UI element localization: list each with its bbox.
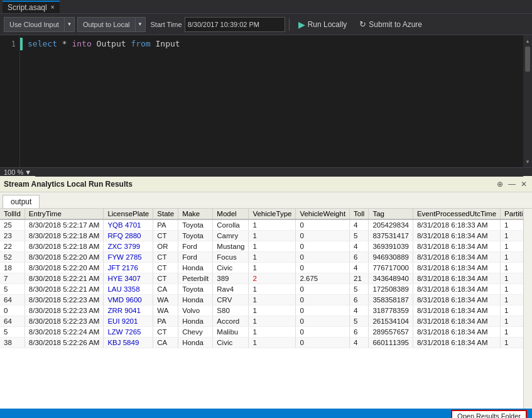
table-cell: 0 [296, 295, 350, 305]
output-local-dropdown[interactable]: Output to Local ▼ [77, 17, 146, 32]
table-cell: YQB 4701 [104, 219, 153, 231]
table-cell: 64 [0, 316, 24, 327]
table-cell: 18 [0, 263, 24, 273]
table-cell: 1 [501, 316, 523, 327]
minimize-button[interactable]: — [507, 180, 517, 189]
table-cell: 8/31/2018 6:18:34 AM [413, 295, 500, 305]
cloud-input-dropdown[interactable]: Use Cloud Input ▼ [4, 17, 75, 32]
table-cell: CT [153, 231, 178, 241]
zoom-level: 100 % [4, 168, 23, 176]
table-row[interactable]: 58/30/2018 5:22:24 AMLZW 7265CTChevyMali… [0, 327, 523, 338]
table-cell: 4 [350, 219, 369, 231]
col-partition: Partition [501, 209, 523, 219]
table-cell: 4 [350, 338, 369, 348]
output-tab[interactable]: output [3, 195, 40, 208]
keyword-from: from [131, 39, 150, 48]
table-cell: 4 [350, 305, 369, 316]
table-row[interactable]: 238/30/2018 5:22:18 AMRFQ 2880CTToyotaCa… [0, 231, 523, 241]
table-row[interactable]: 58/30/2018 5:22:21 AMLAU 3358CAToyotaRav… [0, 284, 523, 295]
table-row[interactable]: 188/30/2018 5:22:20 AMJFT 2176CTHondaCiv… [0, 263, 523, 273]
code-star: * [62, 39, 72, 48]
table-cell: 1 [249, 263, 296, 273]
results-title: Stream Analytics Local Run Results [4, 180, 133, 189]
table-cell: 5 [0, 327, 24, 338]
scroll-thumb[interactable] [525, 47, 530, 72]
table-cell: 1 [501, 295, 523, 305]
table-cell: 8/31/2018 6:18:34 AM [413, 338, 500, 348]
table-row[interactable]: 648/30/2018 5:22:23 AMVMD 9600WAHondaCRV… [0, 295, 523, 305]
table-row[interactable]: 648/30/2018 5:22:23 AMEUI 9201PAHondaAcc… [0, 316, 523, 327]
table-cell: CT [153, 252, 178, 263]
table-cell: 8/30/2018 5:22:21 AM [24, 273, 104, 284]
results-table: TollId EntryTime LicensePlate State Make… [0, 209, 523, 348]
output-local-arrow-icon[interactable]: ▼ [135, 17, 145, 32]
run-locally-label: Run Locally [308, 20, 347, 29]
close-results-button[interactable]: ✕ [519, 180, 528, 189]
col-tag: Tag [369, 209, 413, 219]
table-cell: 25 [0, 219, 24, 231]
code-editor[interactable]: select * into Output from Input [23, 35, 523, 167]
horizontal-scrollbar[interactable] [35, 168, 523, 177]
editor-vertical-scrollbar[interactable]: ▲ ▼ [523, 35, 532, 167]
table-cell: 8/31/2018 6:18:34 AM [413, 252, 500, 263]
table-cell: 0 [296, 231, 350, 241]
table-cell: 23 [0, 231, 24, 241]
toolbar: Use Cloud Input ▼ Output to Local ▼ Star… [0, 14, 532, 35]
status-bar: Open Results Folder [0, 409, 532, 418]
table-cell: Malibu [213, 327, 249, 338]
table-cell: 1 [249, 295, 296, 305]
start-time-input[interactable] [185, 17, 285, 32]
table-cell: 0 [296, 263, 350, 273]
table-cell: 946930889 [369, 252, 413, 263]
col-vehicletype: VehicleType [249, 209, 296, 219]
pin-button[interactable]: ⊕ [496, 180, 504, 189]
table-cell: Corolla [213, 219, 249, 231]
submit-azure-button[interactable]: ↻ Submit to Azure [354, 19, 427, 29]
table-cell: 8/30/2018 5:22:18 AM [24, 241, 104, 252]
table-row[interactable]: 388/30/2018 5:22:26 AMKBJ 5849CAHondaCiv… [0, 338, 523, 348]
tab-close-button[interactable]: × [51, 4, 55, 11]
table-row[interactable]: 528/30/2018 5:22:20 AMFYW 2785CTFordFocu… [0, 252, 523, 263]
table-row[interactable]: 78/30/2018 5:22:21 AMHYE 3407CTPeterbilt… [0, 273, 523, 284]
zoom-dropdown-icon[interactable]: ▼ [24, 168, 31, 176]
table-cell: 1 [249, 284, 296, 295]
table-cell: 1 [501, 263, 523, 273]
run-icon: ▶ [298, 19, 305, 30]
results-table-container[interactable]: TollId EntryTime LicensePlate State Make… [0, 209, 523, 409]
table-cell: 8/30/2018 5:22:17 AM [24, 219, 104, 231]
table-cell: 1 [501, 241, 523, 252]
table-cell: 0 [0, 305, 24, 316]
table-cell: FYW 2785 [104, 252, 153, 263]
table-cell: 837531417 [369, 231, 413, 241]
line-gutter: 1 [0, 35, 20, 167]
table-cell: Mustang [213, 241, 249, 252]
table-cell: 8/31/2018 6:18:34 AM [413, 231, 500, 241]
table-cell: RFQ 2880 [104, 231, 153, 241]
table-cell: 0 [296, 241, 350, 252]
scroll-up-arrow-icon[interactable]: ▲ [523, 36, 532, 45]
results-controls: ⊕ — ✕ [496, 180, 528, 189]
keyword-select: select [28, 39, 57, 48]
scroll-corner [523, 168, 532, 177]
table-cell: 1 [249, 327, 296, 338]
script-tab[interactable]: Script.asaql × [3, 1, 60, 13]
table-cell: 358358187 [369, 295, 413, 305]
table-vertical-scrollbar[interactable] [523, 209, 532, 409]
table-row[interactable]: 258/30/2018 5:22:17 AMYQB 4701PAToyotaCo… [0, 219, 523, 231]
table-cell: Honda [178, 263, 213, 273]
table-cell: VMD 9600 [104, 295, 153, 305]
table-cell: 8/30/2018 5:22:18 AM [24, 231, 104, 241]
run-locally-button[interactable]: ▶ Run Locally [293, 19, 352, 30]
submit-label: Submit to Azure [369, 20, 422, 29]
table-row[interactable]: 08/30/2018 5:22:23 AMZRR 9041WAVolvoS801… [0, 305, 523, 316]
scroll-down-arrow-icon[interactable]: ▼ [523, 157, 532, 166]
cloud-input-arrow-icon[interactable]: ▼ [64, 17, 74, 32]
table-cell: 8/31/2018 6:18:34 AM [413, 316, 500, 327]
table-row[interactable]: 228/30/2018 5:22:18 AMZXC 3799ORFordMust… [0, 241, 523, 252]
open-results-folder-button[interactable]: Open Results Folder [451, 410, 527, 418]
table-cell: 5 [350, 284, 369, 295]
table-cell: 8/30/2018 5:22:23 AM [24, 316, 104, 327]
output-local-label: Output to Local [78, 17, 135, 32]
zoom-control[interactable]: 100 % ▼ [0, 168, 35, 176]
table-cell: S80 [213, 305, 249, 316]
